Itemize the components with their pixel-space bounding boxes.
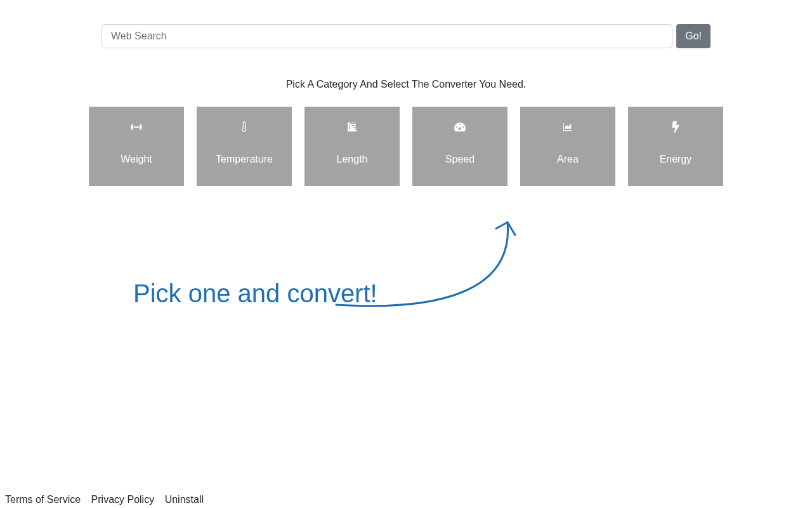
category-label: Area (557, 154, 579, 165)
category-area[interactable]: Area (520, 107, 615, 186)
bolt-icon (672, 121, 679, 133)
category-temperature[interactable]: Temperature (197, 107, 292, 186)
category-label: Energy (660, 154, 692, 165)
dumbbell-icon (129, 121, 143, 133)
search-input[interactable] (102, 24, 672, 48)
uninstall-link[interactable]: Uninstall (165, 494, 204, 505)
chart-area-icon (562, 121, 573, 133)
category-label: Temperature (216, 154, 273, 165)
search-bar: Go! (102, 24, 710, 48)
category-speed[interactable]: Speed (412, 107, 508, 186)
footer-links: Terms of Service Privacy Policy Uninstal… (0, 491, 216, 508)
instruction-text: Pick A Category And Select The Converter… (0, 79, 812, 90)
category-grid: Weight Temperature Length Speed Area Ene… (0, 107, 812, 186)
category-label: Speed (445, 154, 475, 165)
category-length[interactable]: Length (304, 107, 400, 186)
hint-annotation: Pick one and convert! (133, 203, 546, 330)
thermometer-icon (241, 121, 247, 133)
hint-text: Pick one and convert! (133, 279, 377, 308)
search-go-button[interactable]: Go! (676, 24, 710, 48)
category-label: Length (337, 154, 368, 165)
category-weight[interactable]: Weight (89, 107, 184, 186)
privacy-link[interactable]: Privacy Policy (91, 494, 155, 505)
category-label: Weight (121, 154, 152, 165)
category-energy[interactable]: Energy (628, 107, 723, 186)
tachometer-icon (454, 121, 466, 133)
ruler-icon (347, 121, 357, 133)
terms-link[interactable]: Terms of Service (5, 494, 81, 505)
